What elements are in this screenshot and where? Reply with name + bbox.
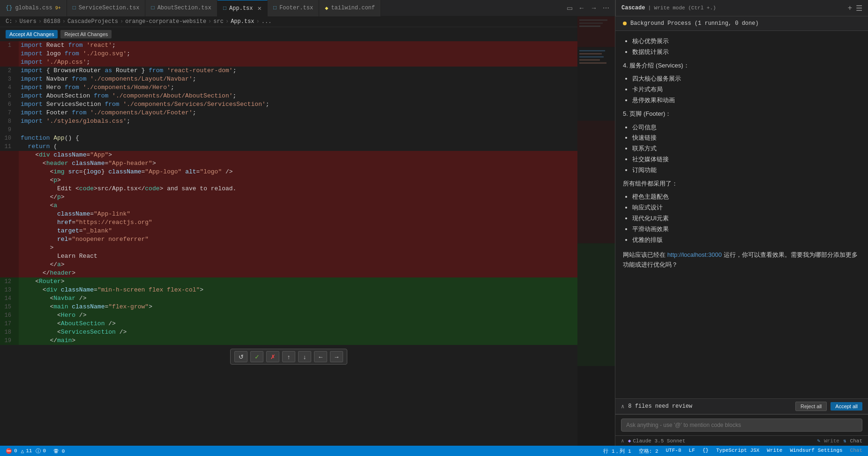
svg-rect-6 [579,26,600,27]
chat-input[interactable] [621,419,862,432]
reject-all-changes-button[interactable]: Reject All Changes [60,30,112,38]
cascade-item: 快速链接 [632,133,861,143]
indent-indicator[interactable]: {} [703,448,709,455]
tsx-icon: □ [151,5,154,11]
code-line-del-3: import './App.css'; [0,58,577,67]
cascade-add-button[interactable]: + [848,4,852,13]
svg-rect-8 [579,53,602,55]
file-review-bar: ∧ 8 files need review Reject all Accept … [615,398,868,414]
svg-rect-0 [577,16,615,47]
nav-forward-button[interactable]: → [589,3,599,13]
tab-app[interactable]: □ App.tsx ✕ [217,0,268,16]
nav-back-button[interactable]: ← [576,3,587,13]
svg-rect-4 [579,20,607,21]
accept-all-changes-button[interactable]: Accept All Changes [6,30,58,38]
cascade-settings-button[interactable]: ☰ [856,4,862,13]
code-line-add-17: 17 <AboutSection /> [0,320,577,328]
tab-label: tailwind.conf [331,5,375,11]
localhost-link[interactable]: http://localhost:3000 [667,251,722,258]
cascade-header: Cascade | Write mode (Ctrl +.) + ☰ [615,0,868,16]
diff-left-button[interactable]: ← [314,351,327,362]
tab-label: AboutSection.tsx [157,5,211,11]
accept-all-button[interactable]: Accept all [831,402,862,411]
breadcrumb: C: › Users › 86188 › CascadeProjects › o… [0,16,577,27]
chat-status-label[interactable]: Chat [850,448,862,455]
status-bar: ⛔ 0 △ 11 ⓘ 0 ⚢ 0 行 1，列 1 空格: 2 UTF-8 LF … [0,446,868,456]
code-line-7: 7 import Footer from './components/Layou… [0,109,577,117]
status-bar-right: 行 1，列 1 空格: 2 UTF-8 LF {} TypeScript JSX… [603,448,862,455]
cascade-mode: | Write mode (Ctrl +.) [648,5,716,11]
code-line-del-jsx-6: </p> [0,193,577,202]
svg-rect-10 [579,60,600,61]
cascade-dot [623,22,627,25]
cascade-item: 卡片式布局 [632,85,861,95]
tab-about[interactable]: □ AboutSection.tsx [145,0,217,16]
code-line-11: 11 return ( [0,142,577,151]
write-mode-icon: ✎ [817,438,820,444]
reject-all-button[interactable]: Reject all [795,402,827,411]
chat-label[interactable]: Chat [850,438,862,444]
svg-rect-2 [577,120,615,243]
error-icon: ⛔ [6,448,12,454]
cascade-item: 数据统计展示 [632,47,861,57]
expand-files-button[interactable]: ∧ [621,403,624,410]
cascade-item: 核心优势展示 [632,37,861,46]
diff-refresh-button[interactable]: ↺ [234,351,247,362]
code-line-del-jsx-3: <img src={logo} className="App-logo" alt… [0,168,577,176]
diff-right-button[interactable]: → [330,351,343,362]
code-line-del-jsx-13: Learn React [0,252,577,261]
diff-down-button[interactable]: ↓ [298,351,311,362]
tab-tailwind[interactable]: ◆ tailwind.conf [319,0,381,16]
code-line-8: 8 import './styles/globals.css'; [0,117,577,126]
code-line-9: 9 [0,126,577,134]
code-line-del-jsx-10: target="_blank" [0,227,577,235]
file-type-indicator[interactable]: TypeScript JSX [716,448,759,455]
line-ending-indicator[interactable]: LF [689,448,695,455]
cascade-header-actions: + ☰ [848,4,862,13]
tab-footer[interactable]: □ Footer.tsx [268,0,319,16]
cascade-item: 优雅的排版 [632,235,861,245]
info-icon: ⓘ [36,448,41,455]
tab-label: App.tsx [229,5,253,12]
tab-globals[interactable]: {} globals.css 9+ [0,0,67,16]
code-line-del-jsx-12: > [0,244,577,252]
tab-close-button[interactable]: ✕ [258,4,262,12]
write-mode-status[interactable]: Write [767,448,782,455]
diff-up-button[interactable]: ↑ [282,351,295,362]
svg-rect-1 [577,47,615,120]
config-icon: ◆ [325,5,328,12]
code-line-del-jsx-8: className="App-link" [0,210,577,218]
spaces-indicator[interactable]: 空格: 2 [639,448,658,455]
code-line-4: 4 import Hero from './components/Home/He… [0,83,577,92]
encoding-indicator[interactable]: UTF-8 [666,448,681,455]
code-line-del-jsx-7: <a [0,202,577,210]
code-line-del-jsx-2: <header className="App-header"> [0,159,577,168]
tab-services[interactable]: □ ServiceSection.tsx [67,0,146,16]
cascade-item: 联系方式 [632,144,861,154]
code-line-add-14: 14 <Navbar /> [0,294,577,303]
split-editor-button[interactable]: ▭ [565,3,575,13]
cascade-title: Cascade [621,5,645,11]
diff-reject-button[interactable]: ✗ [266,351,279,362]
cursor-position[interactable]: 行 1，列 1 [603,448,631,455]
more-actions-button[interactable]: ⋯ [601,3,611,13]
code-line-3: 3 import Navbar from './components/Layou… [0,75,577,83]
tab-badge: 9+ [55,6,61,11]
svg-rect-7 [579,50,605,52]
code-line-add-15: 15 <main className="flex-grow"> [0,303,577,311]
tab-label: ServiceSection.tsx [79,5,140,11]
cascade-content[interactable]: 核心优势展示 数据统计展示 4. 服务介绍 (Services)： 四大核心服务… [615,31,868,398]
cascade-closing-text: 网站应该已经在 http://localhost:3000 运行，你可以查看效果… [623,250,861,270]
expand-model-button[interactable]: ∧ [621,438,624,444]
write-label[interactable]: Write [824,438,839,444]
cascade-item: 现代化UI元素 [632,214,861,224]
chat-input-area [615,414,868,435]
code-line-10: 10 function App() { [0,134,577,142]
code-editor[interactable]: 1 import React from 'react'; import logo… [0,41,577,446]
error-count[interactable]: ⛔ 0 △ 11 ⓘ 0 [6,448,46,455]
code-line-1: 1 import React from 'react'; [0,41,577,50]
diff-accept-button[interactable]: ✓ [250,351,263,362]
mode-toggle[interactable]: ⇅ [843,438,846,444]
code-line-5: 5 import AboutSection from './components… [0,92,577,100]
windsurf-settings-link[interactable]: Windsurf Settings [790,448,842,455]
